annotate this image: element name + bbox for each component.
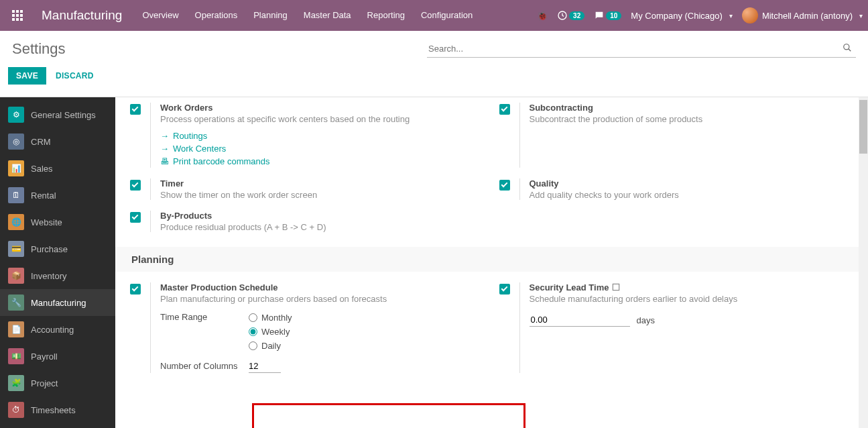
setting-quality: Quality Add quality checks to your work … (499, 173, 869, 205)
checkbox-subcontracting[interactable] (499, 104, 510, 115)
timesheets-icon: ⏱ (8, 402, 24, 418)
radio-weekly[interactable] (249, 327, 257, 336)
columns-input[interactable] (249, 360, 281, 373)
activities-button[interactable]: 32 (557, 10, 584, 21)
link-print-barcode-commands[interactable]: 🖶Print barcode commands (160, 155, 486, 168)
setting-title: Quality (530, 178, 855, 189)
general-settings-icon: ⚙ (8, 107, 24, 123)
checkbox-work-orders[interactable] (130, 104, 141, 115)
accounting-icon: 📄 (8, 321, 24, 337)
checkbox-byproducts[interactable] (130, 212, 141, 223)
sidebar-item-label: General Settings (31, 110, 96, 120)
svg-line-11 (849, 49, 851, 52)
save-button[interactable]: SAVE (8, 67, 46, 85)
nav-reporting[interactable]: Reporting (359, 0, 413, 31)
sidebar-item-accounting[interactable]: 📄Accounting (0, 316, 115, 343)
search-icon[interactable] (840, 43, 855, 54)
setting-title: Subcontracting (530, 103, 855, 113)
search-bar[interactable] (427, 40, 856, 58)
lead-time-input[interactable] (530, 313, 630, 327)
sidebar-item-label: Purchase (31, 244, 68, 254)
scrollbar-thumb[interactable] (859, 100, 867, 154)
radio-monthly[interactable] (249, 313, 257, 322)
setting-desc: Add quality checks to your work orders (530, 190, 855, 200)
radio-daily[interactable] (249, 341, 257, 350)
setting-title: Security Lead Time (530, 282, 855, 292)
setting-subcontracting: Subcontracting Subcontract the productio… (499, 97, 869, 173)
scrollbar[interactable] (859, 97, 868, 428)
sidebar-item-purchase[interactable]: 💳Purchase (0, 235, 115, 262)
svg-rect-7 (16, 18, 19, 21)
setting-desc: Process operations at specific work cent… (160, 114, 486, 124)
svg-rect-3 (12, 14, 15, 17)
section-planning: Planning (115, 247, 868, 272)
apps-menu-icon[interactable] (5, 10, 29, 21)
nav-overview[interactable]: Overview (134, 0, 186, 31)
arrow-icon: → (160, 144, 169, 154)
nav-configuration[interactable]: Configuration (413, 0, 481, 31)
svg-rect-1 (16, 10, 19, 13)
checkbox-security-lead-time[interactable] (499, 284, 510, 295)
search-input[interactable] (428, 44, 840, 54)
sidebar-item-general-settings[interactable]: ⚙General Settings (0, 101, 115, 128)
svg-rect-0 (12, 10, 15, 13)
sidebar-item-label: Project (31, 378, 58, 388)
highlight-annotation (252, 403, 525, 428)
crm-icon: ◎ (8, 133, 24, 150)
setting-desc: Show the timer on the work order screen (160, 190, 486, 200)
setting-desc: Produce residual products (A + B -> C + … (160, 222, 486, 232)
sidebar-item-label: Sales (31, 164, 53, 174)
checkbox-timer[interactable] (130, 180, 141, 191)
sidebar-item-project[interactable]: 🧩Project (0, 370, 115, 396)
svg-rect-12 (613, 284, 619, 290)
svg-point-10 (844, 44, 849, 50)
setting-desc: Subcontract the production of some produ… (530, 114, 855, 124)
sidebar-item-label: Website (31, 217, 62, 227)
setting-title: Timer (160, 178, 486, 189)
sidebar-item-timesheets[interactable]: ⏱Timesheets (0, 396, 115, 423)
discuss-badge: 10 (606, 11, 621, 20)
manufacturing-icon: 🔧 (8, 295, 24, 311)
sidebar-item-label: Rental (31, 191, 56, 201)
sidebar-item-crm[interactable]: ◎CRM (0, 128, 115, 155)
bug-icon[interactable] (537, 11, 548, 21)
setting-timer: Timer Show the timer on the work order s… (130, 173, 499, 205)
sidebar-item-payroll[interactable]: 💵Payroll (0, 343, 115, 370)
nav-planning[interactable]: Planning (245, 0, 296, 31)
project-icon: 🧩 (8, 375, 24, 391)
sidebar-item-label: Payroll (31, 352, 58, 362)
time-range-monthly[interactable]: Monthly (249, 311, 292, 325)
sidebar-item-label: Manufacturing (31, 298, 86, 308)
link-routings[interactable]: →Routings (160, 129, 486, 142)
sidebar-item-rental[interactable]: 🗓Rental (0, 182, 115, 209)
sidebar-item-inventory[interactable]: 📦Inventory (0, 262, 115, 289)
svg-rect-4 (16, 14, 19, 17)
time-range-weekly[interactable]: Weekly (249, 325, 292, 339)
sidebar-item-manufacturing[interactable]: 🔧Manufacturing (0, 289, 115, 316)
nav-operations[interactable]: Operations (187, 0, 246, 31)
time-range-daily[interactable]: Daily (249, 339, 292, 353)
setting-title: Master Production Schedule (160, 282, 486, 292)
setting-mps: Master Production Schedule Plan manufact… (130, 277, 499, 378)
nav-master-data[interactable]: Master Data (296, 0, 359, 31)
discard-button[interactable]: DISCARD (56, 71, 94, 81)
user-menu[interactable]: Mitchell Admin (antony) (742, 7, 863, 23)
checkbox-mps[interactable] (130, 284, 141, 295)
time-range-label: Time Range (160, 311, 241, 322)
purchase-icon: 💳 (8, 241, 24, 257)
activities-badge: 32 (569, 11, 584, 20)
link-work-centers[interactable]: →Work Centers (160, 142, 486, 155)
discuss-button[interactable]: 10 (594, 10, 621, 21)
sidebar-item-website[interactable]: 🌐Website (0, 209, 115, 235)
sidebar-item-sales[interactable]: 📊Sales (0, 155, 115, 182)
website-icon: 🌐 (8, 214, 24, 230)
sidebar-item-label: Accounting (31, 325, 74, 335)
sales-icon: 📊 (8, 160, 24, 176)
sidebar-item-label: Timesheets (31, 405, 76, 415)
app-brand[interactable]: Manufacturing (29, 8, 134, 23)
inventory-icon: 📦 (8, 268, 24, 284)
setting-security-lead-time: Security Lead Time Schedule manufacturin… (499, 277, 869, 378)
company-switcher[interactable]: My Company (Chicago) (631, 11, 733, 21)
checkbox-quality[interactable] (499, 180, 510, 191)
svg-rect-6 (12, 18, 15, 21)
